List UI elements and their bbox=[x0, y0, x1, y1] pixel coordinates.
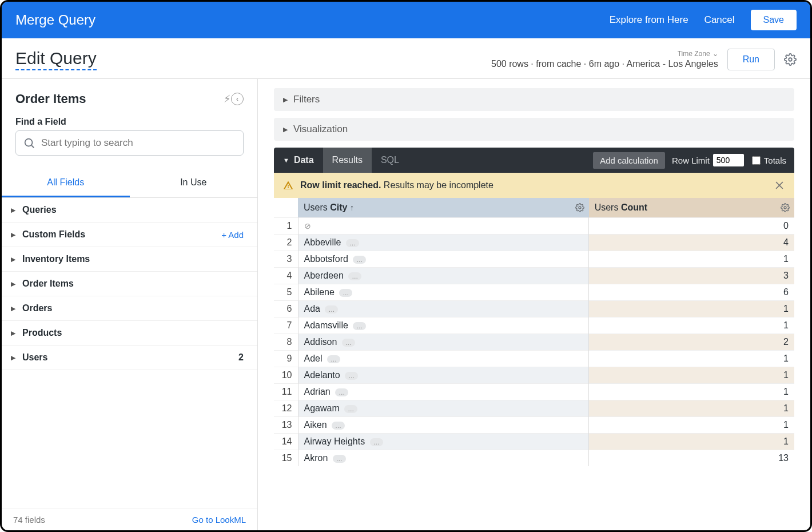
field-group-queries[interactable]: ▶Queries bbox=[2, 198, 257, 223]
field-group-custom-fields[interactable]: ▶Custom Fields+ Add bbox=[2, 223, 257, 247]
data-section-toggle[interactable]: ▼ Data bbox=[274, 148, 323, 173]
field-group-order-items[interactable]: ▶Order Items bbox=[2, 272, 257, 296]
time-zone-dropdown[interactable]: Time Zone ⌄ bbox=[678, 50, 718, 58]
go-to-lookml-link[interactable]: Go to LookML bbox=[192, 515, 246, 525]
row-limit-input[interactable] bbox=[713, 154, 744, 166]
cell-count[interactable]: 1 bbox=[589, 367, 794, 384]
drill-icon[interactable]: … bbox=[335, 388, 348, 396]
drill-icon[interactable]: … bbox=[327, 355, 340, 363]
field-group-label: Inventory Items bbox=[22, 254, 244, 264]
cell-count[interactable]: 1 bbox=[589, 317, 794, 334]
table-row: 2Abbeville …4 bbox=[274, 235, 794, 251]
caret-right-icon: ▶ bbox=[283, 96, 288, 104]
row-number: 6 bbox=[274, 301, 298, 317]
caret-right-icon: ▶ bbox=[11, 207, 19, 214]
cell-city[interactable]: Abbeville bbox=[304, 237, 341, 247]
close-icon[interactable] bbox=[774, 180, 785, 191]
null-icon: ⊘ bbox=[304, 221, 311, 231]
tab-sql[interactable]: SQL bbox=[372, 148, 408, 173]
caret-right-icon: ▶ bbox=[11, 231, 19, 239]
cell-count[interactable]: 1 bbox=[589, 351, 794, 367]
cell-city[interactable]: Adamsville bbox=[304, 320, 348, 330]
bolt-icon[interactable]: ⚡︎ bbox=[224, 93, 231, 105]
run-button[interactable]: Run bbox=[727, 49, 775, 70]
query-status-text: 500 rows · from cache · 6m ago · America… bbox=[491, 59, 718, 69]
cell-city[interactable]: Airway Heights bbox=[304, 436, 365, 446]
row-number: 11 bbox=[274, 384, 298, 400]
cell-city[interactable]: Aiken bbox=[304, 420, 327, 430]
explore-from-here-link[interactable]: Explore from Here bbox=[610, 14, 688, 26]
add-custom-field-link[interactable]: + Add bbox=[221, 230, 244, 240]
drill-icon[interactable]: … bbox=[325, 305, 338, 313]
tab-in-use[interactable]: In Use bbox=[130, 169, 258, 197]
caret-right-icon: ▶ bbox=[11, 329, 19, 337]
cell-count[interactable]: 2 bbox=[589, 334, 794, 351]
tab-results[interactable]: Results bbox=[323, 148, 372, 173]
drill-icon[interactable]: … bbox=[346, 239, 359, 247]
cell-count[interactable]: 6 bbox=[589, 284, 794, 301]
field-search-input[interactable] bbox=[15, 130, 244, 156]
svg-point-6 bbox=[784, 207, 786, 209]
cell-city[interactable]: Ada bbox=[304, 304, 320, 313]
cell-city[interactable]: Adel bbox=[304, 354, 323, 363]
drill-icon[interactable]: … bbox=[370, 438, 383, 446]
gear-icon[interactable] bbox=[575, 203, 584, 212]
cell-city[interactable]: Adelanto bbox=[304, 370, 340, 380]
drill-icon[interactable]: … bbox=[353, 256, 366, 264]
drill-icon[interactable]: … bbox=[344, 405, 357, 413]
cell-count[interactable]: 4 bbox=[589, 235, 794, 251]
table-row: 8Addison …2 bbox=[274, 334, 794, 351]
field-group-orders[interactable]: ▶Orders bbox=[2, 296, 257, 321]
visualization-section-toggle[interactable]: ▶ Visualization bbox=[274, 118, 794, 141]
cell-city[interactable]: Aberdeen bbox=[304, 271, 344, 280]
add-calculation-button[interactable]: Add calculation bbox=[593, 152, 665, 169]
explore-title: Order Items bbox=[15, 92, 218, 106]
cell-count[interactable]: 1 bbox=[589, 434, 794, 450]
cell-count[interactable]: 1 bbox=[589, 301, 794, 317]
cell-count[interactable]: 1 bbox=[589, 400, 794, 417]
totals-toggle[interactable]: Totals bbox=[752, 156, 786, 165]
field-group-count: 2 bbox=[238, 352, 244, 363]
field-group-products[interactable]: ▶Products bbox=[2, 321, 257, 346]
cell-city[interactable]: Adrian bbox=[304, 387, 331, 396]
cell-city[interactable]: Addison bbox=[304, 337, 337, 347]
gear-icon[interactable] bbox=[781, 203, 790, 212]
column-header-users-city[interactable]: Users City ↑ bbox=[298, 198, 589, 218]
save-button[interactable]: Save bbox=[751, 10, 797, 30]
svg-line-2 bbox=[31, 145, 34, 148]
tab-all-fields[interactable]: All Fields bbox=[2, 169, 130, 197]
drill-icon[interactable]: … bbox=[348, 272, 361, 280]
cell-count[interactable]: 1 bbox=[589, 417, 794, 434]
cell-count[interactable]: 0 bbox=[589, 218, 794, 235]
collapse-sidebar-icon[interactable]: ‹ bbox=[231, 93, 244, 105]
drill-icon[interactable]: … bbox=[332, 422, 345, 430]
page-title[interactable]: Edit Query bbox=[15, 49, 97, 70]
cell-count[interactable]: 13 bbox=[589, 450, 794, 467]
cell-count[interactable]: 1 bbox=[589, 384, 794, 400]
gear-icon[interactable] bbox=[784, 53, 797, 66]
cell-city[interactable]: Abbotsford bbox=[304, 254, 348, 264]
caret-right-icon: ▶ bbox=[11, 256, 19, 263]
totals-checkbox[interactable] bbox=[752, 156, 761, 165]
svg-point-1 bbox=[25, 139, 33, 146]
field-group-label: Products bbox=[22, 328, 244, 338]
drill-icon[interactable]: … bbox=[339, 289, 352, 297]
column-header-users-count[interactable]: Users Count bbox=[589, 198, 794, 218]
table-row: 4Aberdeen …3 bbox=[274, 268, 794, 284]
drill-icon[interactable]: … bbox=[345, 372, 358, 380]
cell-city[interactable]: Agawam bbox=[304, 403, 340, 413]
app-title: Merge Query bbox=[15, 12, 610, 28]
cell-count[interactable]: 3 bbox=[589, 268, 794, 284]
cell-city[interactable]: Abilene bbox=[304, 287, 335, 297]
table-row: 3Abbotsford …1 bbox=[274, 251, 794, 268]
field-group-inventory-items[interactable]: ▶Inventory Items bbox=[2, 247, 257, 272]
drill-icon[interactable]: … bbox=[353, 322, 366, 330]
cell-city[interactable]: Akron bbox=[304, 453, 328, 463]
cell-count[interactable]: 1 bbox=[589, 251, 794, 268]
filters-section-toggle[interactable]: ▶ Filters bbox=[274, 88, 794, 111]
cancel-link[interactable]: Cancel bbox=[704, 14, 735, 26]
drill-icon[interactable]: … bbox=[342, 339, 355, 347]
drill-icon[interactable]: … bbox=[333, 455, 346, 463]
field-group-users[interactable]: ▶Users2 bbox=[2, 346, 257, 370]
field-search-text[interactable] bbox=[41, 137, 236, 149]
